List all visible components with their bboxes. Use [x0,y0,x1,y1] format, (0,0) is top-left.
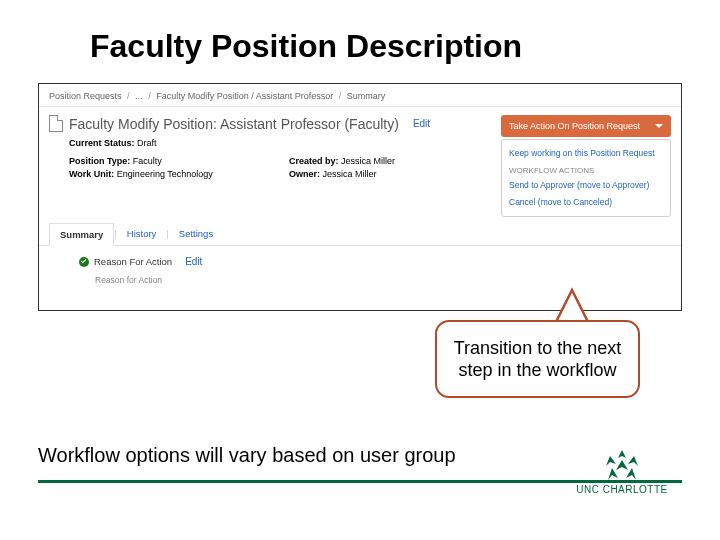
svg-marker-4 [628,456,638,466]
edit-link[interactable]: Edit [185,256,202,267]
chevron-down-icon [655,124,663,128]
logo-text: UNC CHARLOTTE [562,484,682,495]
take-action-button[interactable]: Take Action On Position Request [501,115,671,137]
breadcrumb-separator: / [339,91,342,101]
tab-summary[interactable]: Summary [49,223,114,246]
breadcrumb-separator: / [127,91,130,101]
breadcrumb-item[interactable]: Faculty Modify Position / Assistant Prof… [156,91,333,101]
svg-marker-6 [608,468,618,480]
svg-marker-3 [606,456,616,466]
breadcrumb-item[interactable]: Position Requests [49,91,122,101]
svg-marker-2 [618,450,626,458]
action-menu: Keep working on this Position Request WO… [501,139,671,217]
meta-owner: Owner: Jessica Miller [289,169,479,179]
slide-title: Faculty Position Description [0,0,720,83]
status-line: Current Status: Draft [69,138,489,148]
section-sub-label: Reason for Action [95,275,671,285]
svg-marker-7 [626,468,636,480]
menu-item-send-to-approver[interactable]: Send to Approver (move to Approver) [509,177,663,194]
meta-created-by: Created by: Jessica Miller [289,156,479,166]
breadcrumb-item: Summary [347,91,386,101]
breadcrumb: Position Requests / ... / Faculty Modify… [39,84,681,107]
breadcrumb-item: ... [135,91,143,101]
app-screenshot-panel: Position Requests / ... / Faculty Modify… [38,83,682,311]
breadcrumb-separator: / [148,91,151,101]
meta-work-unit: Work Unit: Engineering Technology [69,169,259,179]
tab-settings[interactable]: Settings [169,223,223,245]
menu-item-keep-working[interactable]: Keep working on this Position Request [509,145,663,162]
footer-note: Workflow options will vary based on user… [38,444,456,467]
check-circle-icon [79,257,89,267]
meta-position-type: Position Type: Faculty [69,156,259,166]
edit-link[interactable]: Edit [413,118,430,129]
unc-charlotte-logo: UNC CHARLOTTE [562,450,682,495]
document-icon [49,115,63,132]
page-title: Faculty Modify Position: Assistant Profe… [69,116,399,132]
section-reason-for-action: Reason For Action Edit [79,256,671,267]
annotation-callout: Transition to the next step in the workf… [435,320,640,398]
tab-history[interactable]: History [117,223,167,245]
menu-item-cancel[interactable]: Cancel (move to Canceled) [509,194,663,211]
tab-bar: Summary | History | Settings [39,223,681,246]
menu-section-label: WORKFLOW ACTIONS [509,162,663,177]
footer-rule [38,480,682,483]
svg-marker-5 [616,460,628,470]
